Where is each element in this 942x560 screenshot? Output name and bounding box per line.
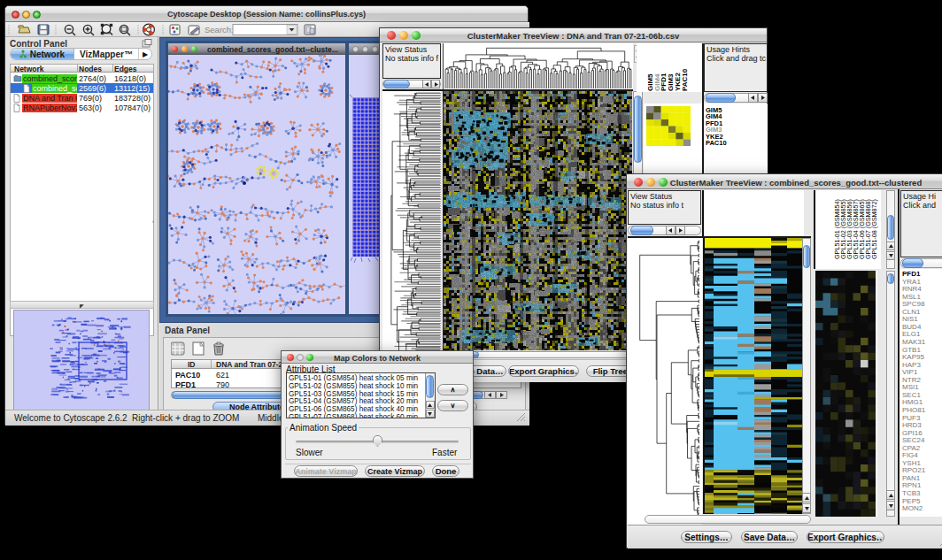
svg-text:Search:: Search: [205,25,234,35]
